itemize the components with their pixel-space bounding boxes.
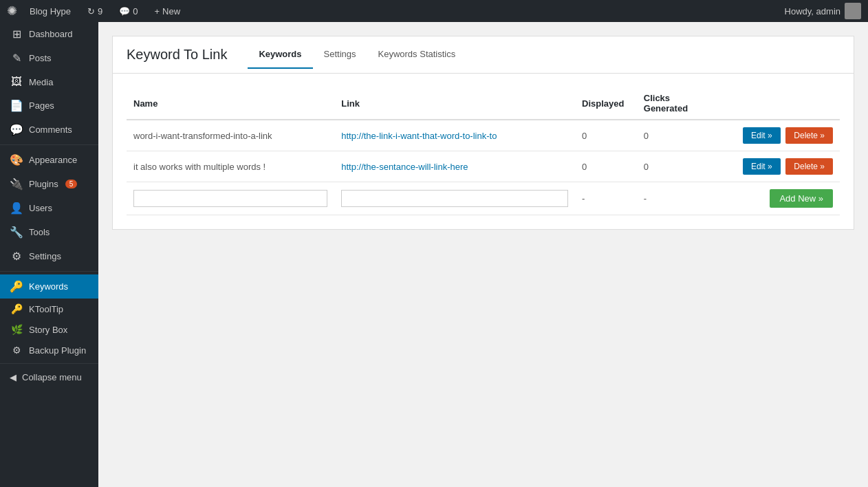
sidebar-item-keywords[interactable]: 🔑 Keywords xyxy=(0,274,98,299)
users-icon: 👤 xyxy=(10,202,23,215)
row1-displayed: 0 xyxy=(575,120,637,151)
sidebar-item-backupplugin[interactable]: ⚙ Backup Plugin xyxy=(0,340,98,360)
updates-count: 9 xyxy=(98,6,102,17)
sidebar-item-dashboard[interactable]: ⊞ Dashboard xyxy=(0,22,98,46)
wp-logo-icon[interactable]: ✺ xyxy=(7,3,17,19)
sidebar-label-users: Users xyxy=(29,203,52,213)
sidebar-item-ktooltip[interactable]: 🔑 KToolTip xyxy=(0,299,98,319)
row2-clicks: 0 xyxy=(637,151,719,182)
new-row-actions: Add New » xyxy=(718,182,840,215)
new-row-displayed: - xyxy=(575,182,637,215)
page-header: Keyword To Link Keywords Settings Keywor… xyxy=(113,36,854,74)
col-header-name: Name xyxy=(127,87,334,120)
adminbar-comments[interactable]: 💬 0 xyxy=(115,0,142,22)
adminbar-new[interactable]: + New xyxy=(150,0,184,22)
sidebar-item-settings[interactable]: ⚙ Settings xyxy=(0,244,98,268)
main-wrap: Keyword To Link Keywords Settings Keywor… xyxy=(112,36,854,230)
sidebar-label-backupplugin: Backup Plugin xyxy=(29,345,86,356)
plugins-icon: 🔌 xyxy=(10,177,23,191)
plus-icon: + xyxy=(154,6,160,17)
row2-link: http://the-sentance-will-link-here xyxy=(334,151,575,182)
pages-icon: 📄 xyxy=(10,99,23,112)
table-row: it also works with multiple words ! http… xyxy=(127,151,840,182)
comments-menu-icon: 💬 xyxy=(10,123,23,136)
new-name-input[interactable] xyxy=(133,190,327,207)
sidebar-label-ktooltip: KToolTip xyxy=(29,304,63,314)
collapse-icon: ◀ xyxy=(10,372,17,382)
adminbar-updates[interactable]: ↻ 9 xyxy=(83,0,107,22)
comments-count: 0 xyxy=(133,6,138,17)
sidebar-item-storybox[interactable]: 🌿 Story Box xyxy=(0,319,98,340)
adminbar-howdy[interactable]: Howdy, admin xyxy=(785,3,861,19)
media-icon: 🖼 xyxy=(10,76,23,88)
row1-name: word-i-want-transformed-into-a-link xyxy=(127,120,334,151)
sidebar-item-tools[interactable]: 🔧 Tools xyxy=(0,220,98,244)
sidebar-label-comments: Comments xyxy=(29,125,72,135)
appearance-icon: 🎨 xyxy=(10,153,23,166)
row2-displayed: 0 xyxy=(575,151,637,182)
sidebar: ⊞ Dashboard ✎ Posts 🖼 Media 📄 Pages 💬 Co… xyxy=(0,22,98,487)
tab-statistics[interactable]: Keywords Statistics xyxy=(367,41,467,69)
col-header-actions xyxy=(718,87,840,120)
comments-icon: 💬 xyxy=(119,6,130,17)
sidebar-label-media: Media xyxy=(29,77,53,87)
tools-icon: 🔧 xyxy=(10,226,23,239)
admin-avatar xyxy=(845,3,861,19)
row2-name: it also works with multiple words ! xyxy=(127,151,334,182)
col-header-clicks: Clicks Generated xyxy=(637,87,719,120)
row2-actions: Edit » Delete » xyxy=(718,151,840,182)
updates-icon: ↻ xyxy=(87,6,95,17)
new-row: - - Add New » xyxy=(127,182,840,215)
content-area: Keyword To Link Keywords Settings Keywor… xyxy=(98,22,868,487)
row2-edit-button[interactable]: Edit » xyxy=(743,158,781,175)
collapse-menu-button[interactable]: ◀ Collapse menu xyxy=(0,367,98,388)
row1-edit-button[interactable]: Edit » xyxy=(743,127,781,144)
row2-link-anchor[interactable]: http://the-sentance-will-link-here xyxy=(341,162,468,172)
sidebar-label-posts: Posts xyxy=(29,53,52,63)
sidebar-item-plugins[interactable]: 🔌 Plugins 5 xyxy=(0,172,98,196)
col-header-displayed: Displayed xyxy=(575,87,637,120)
sidebar-label-storybox: Story Box xyxy=(29,325,67,335)
tab-settings[interactable]: Settings xyxy=(313,41,367,69)
row1-link-anchor[interactable]: http://the-link-i-want-that-word-to-link… xyxy=(341,131,497,141)
sidebar-label-keywords: Keywords xyxy=(29,281,68,292)
keywords-table: Name Link Displayed Clicks Generated wor… xyxy=(127,87,840,215)
sidebar-label-pages: Pages xyxy=(29,100,54,111)
sidebar-item-appearance[interactable]: 🎨 Appearance xyxy=(0,148,98,172)
new-label: New xyxy=(162,6,180,17)
plugins-badge: 5 xyxy=(65,180,78,188)
row1-clicks: 0 xyxy=(637,120,719,151)
sidebar-item-users[interactable]: 👤 Users xyxy=(0,196,98,220)
row2-delete-button[interactable]: Delete » xyxy=(785,158,833,175)
keywords-icon: 🔑 xyxy=(10,280,23,293)
row1-actions: Edit » Delete » xyxy=(718,120,840,151)
row1-delete-button[interactable]: Delete » xyxy=(785,127,833,144)
sidebar-label-settings: Settings xyxy=(29,251,61,261)
new-row-clicks: - xyxy=(637,182,719,215)
sidebar-label-plugins: Plugins xyxy=(29,179,58,189)
adminbar-site-name[interactable]: Blog Hype xyxy=(25,0,75,22)
page-title: Keyword To Link xyxy=(127,36,241,73)
nav-tabs: Keywords Settings Keywords Statistics xyxy=(248,41,466,69)
sidebar-item-media[interactable]: 🖼 Media xyxy=(0,70,98,94)
tab-keywords[interactable]: Keywords xyxy=(248,41,312,69)
sidebar-item-pages[interactable]: 📄 Pages xyxy=(0,94,98,118)
sidebar-item-posts[interactable]: ✎ Posts xyxy=(0,46,98,70)
collapse-label: Collapse menu xyxy=(22,372,82,382)
backupplugin-icon: ⚙ xyxy=(10,345,23,356)
new-link-input[interactable] xyxy=(341,190,568,207)
settings-menu-icon: ⚙ xyxy=(10,250,23,263)
row1-link: http://the-link-i-want-that-word-to-link… xyxy=(334,120,575,151)
ktooltip-icon: 🔑 xyxy=(10,303,23,314)
posts-icon: ✎ xyxy=(10,52,23,65)
dashboard-icon: ⊞ xyxy=(10,28,23,41)
sidebar-label-appearance: Appearance xyxy=(29,155,77,165)
add-new-button[interactable]: Add New » xyxy=(770,189,833,208)
table-row: word-i-want-transformed-into-a-link http… xyxy=(127,120,840,151)
table-wrap: Name Link Displayed Clicks Generated wor… xyxy=(113,74,854,229)
storybox-icon: 🌿 xyxy=(10,324,23,335)
sidebar-label-dashboard: Dashboard xyxy=(29,29,73,39)
new-row-name-cell xyxy=(127,182,334,215)
howdy-text: Howdy, admin xyxy=(785,6,840,17)
sidebar-item-comments[interactable]: 💬 Comments xyxy=(0,118,98,142)
